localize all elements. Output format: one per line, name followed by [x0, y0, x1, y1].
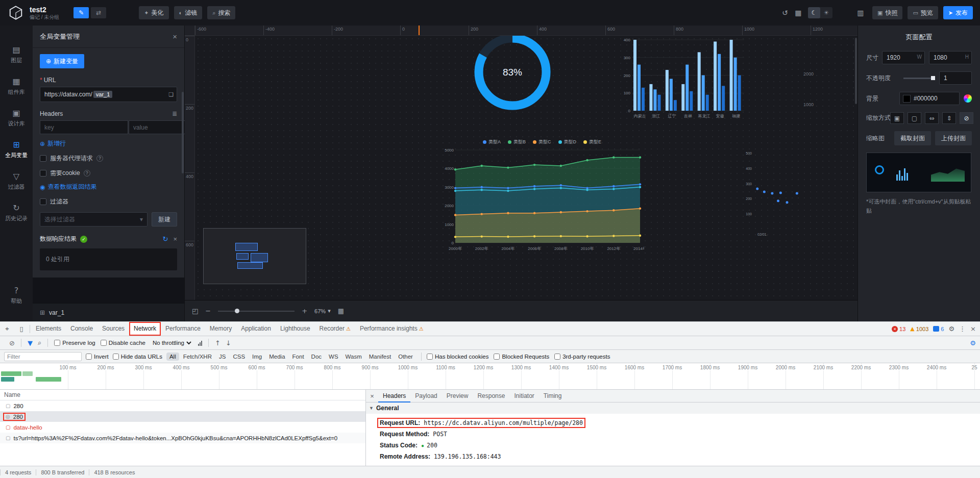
resource-filter-pill[interactable]: Fetch/XHR: [180, 353, 215, 361]
resource-filter-pill[interactable]: All: [166, 353, 179, 361]
scale-mode-button[interactable]: ⇕: [942, 112, 956, 124]
grid-toggle-button[interactable]: ▦: [338, 307, 344, 315]
detail-tab[interactable]: Response: [473, 390, 509, 402]
opacity-input[interactable]: [939, 71, 972, 85]
filter-option-checkbox[interactable]: Blocked Requests: [494, 354, 549, 360]
invert-checkbox[interactable]: Invert: [86, 354, 109, 360]
expand-icon[interactable]: ❏: [168, 91, 174, 98]
sidebar-item[interactable]: ⊞ 全局变量: [0, 134, 33, 165]
sidebar-item[interactable]: ↻ 历史记录: [0, 197, 33, 229]
new-filter-button[interactable]: 新建: [152, 212, 177, 227]
minimap-toggle-button[interactable]: ◰: [192, 307, 198, 315]
search-button[interactable]: ⌕: [38, 339, 41, 347]
opacity-slider[interactable]: [903, 78, 935, 79]
detail-tab[interactable]: Payload: [410, 390, 442, 402]
request-row[interactable]: ◎280: [0, 411, 365, 422]
color-picker-icon[interactable]: [964, 94, 972, 103]
filter-option-checkbox[interactable]: Has blocked cookies: [427, 354, 488, 360]
variable-list-item[interactable]: ⊞ var_1: [33, 303, 184, 321]
filter-toggle-button[interactable]: ▼: [28, 339, 33, 347]
issues-badge[interactable]: 6: [933, 326, 944, 332]
cover-thumbnail[interactable]: [866, 153, 971, 192]
design-canvas[interactable]: 83% 0100200300400内蒙古浙江辽宁吉林黑龙江安徽福建 类型A类型B…: [195, 36, 857, 300]
refresh-button[interactable]: ↺: [778, 7, 792, 19]
zoom-level-select[interactable]: 67% ▾: [314, 308, 331, 314]
bar-chart[interactable]: 0100200300400内蒙古浙江辽宁吉林黑龙江安徽福建: [619, 36, 746, 120]
close-panel-button[interactable]: ×: [173, 32, 177, 41]
name-column-header[interactable]: Name: [0, 390, 365, 400]
sidebar-item[interactable]: ▦ 组件库: [0, 70, 33, 102]
scale-mode-button[interactable]: ▢: [908, 112, 921, 124]
url-variable-token[interactable]: var_1: [93, 91, 113, 98]
checkbox[interactable]: [554, 354, 560, 360]
network-settings-button[interactable]: ⚙: [970, 339, 976, 347]
request-row[interactable]: ▢280: [0, 400, 365, 411]
clear-button[interactable]: ⊘: [9, 339, 15, 347]
canvas-scrollbar[interactable]: [854, 36, 857, 300]
devtools-settings-button[interactable]: ⚙: [948, 325, 954, 333]
devtools-tab[interactable]: Recorder⚠: [315, 322, 355, 336]
filter-select[interactable]: 选择过滤器 ▾: [40, 212, 148, 227]
url-input[interactable]: https://datav.com/ var_1 ❏: [40, 87, 177, 102]
list-icon[interactable]: ≣: [172, 110, 177, 117]
checkbox[interactable]: [494, 354, 500, 360]
checkbox[interactable]: [54, 340, 60, 346]
filter-button[interactable]: ◐滤镜: [174, 6, 203, 19]
view-response-link[interactable]: ◉查看数据返回结果: [40, 183, 96, 191]
opacity-slider-handle[interactable]: [931, 76, 935, 80]
panel-scrollbar[interactable]: [182, 92, 184, 173]
device-toolbar-button[interactable]: ▯: [14, 322, 29, 336]
checkbox[interactable]: [427, 354, 433, 360]
request-row[interactable]: ▢ts?url=https%3A%2F%2Fdatav.com%2Fdatav-…: [0, 433, 365, 443]
filter-checkbox[interactable]: [40, 198, 46, 205]
devtools-tab[interactable]: Application: [236, 322, 276, 336]
zoom-slider[interactable]: [218, 311, 295, 312]
zoom-slider-handle[interactable]: [235, 309, 239, 313]
devtools-tab[interactable]: Sources: [97, 322, 129, 336]
error-badge[interactable]: ×13: [892, 326, 905, 332]
import-har-button[interactable]: ↑: [215, 339, 220, 347]
resource-filter-pill[interactable]: JS: [216, 353, 229, 361]
edit-mode-button[interactable]: ✎: [74, 7, 89, 18]
header-key-input[interactable]: [40, 120, 128, 134]
snapshot-button[interactable]: ▣快照: [872, 6, 902, 19]
resource-filter-pill[interactable]: Font: [289, 353, 307, 361]
devtools-tab[interactable]: Lighthouse: [276, 322, 315, 336]
inspect-element-button[interactable]: ⌖: [0, 322, 14, 336]
export-har-button[interactable]: ↓: [226, 339, 231, 347]
resource-filter-pill[interactable]: WS: [326, 353, 341, 361]
resource-filter-pill[interactable]: Other: [395, 353, 416, 361]
sidebar-item[interactable]: ▤ 图层: [0, 39, 33, 70]
general-section-header[interactable]: ▼ General: [366, 402, 980, 414]
resource-filter-pill[interactable]: Wasm: [342, 353, 365, 361]
proxy-checkbox[interactable]: [40, 155, 46, 162]
filter-option-checkbox[interactable]: 3rd-party requests: [554, 354, 610, 360]
request-row[interactable]: ▢datav-hello: [0, 422, 365, 433]
theme-toggle[interactable]: ☾ ☀: [808, 7, 832, 18]
zoom-in-button[interactable]: +: [302, 307, 307, 315]
scale-mode-button[interactable]: ⇔: [925, 112, 939, 124]
warning-badge[interactable]: ▲1003: [910, 325, 928, 332]
devtools-tab[interactable]: Elements: [31, 322, 66, 336]
scrollbar-thumb[interactable]: [855, 38, 857, 104]
panel-toggle-button[interactable]: ▥: [854, 7, 867, 19]
scale-mode-button[interactable]: ⊘: [960, 112, 973, 124]
donut-chart[interactable]: 83%: [469, 36, 556, 115]
checkbox[interactable]: [113, 354, 119, 360]
cookie-checkbox[interactable]: [40, 170, 46, 177]
resource-filter-pill[interactable]: CSS: [230, 353, 248, 361]
add-row-link[interactable]: ⊕新增行: [40, 139, 66, 148]
sidebar-item[interactable]: ? 帮助: [0, 280, 33, 311]
devtools-tab[interactable]: Performance insights⚠: [355, 322, 428, 336]
sidebar-item[interactable]: ▽ 过滤器: [0, 165, 33, 197]
scatter-chart[interactable]: 10020030040050002/01.: [742, 149, 806, 238]
reload-icon[interactable]: ↻: [163, 235, 168, 243]
area-chart[interactable]: 类型A类型B类型C类型D类型E 010002000300040005000200…: [440, 138, 644, 256]
devtools-tab[interactable]: Performance: [161, 322, 205, 336]
upload-cover-button[interactable]: 上传封面: [935, 131, 972, 145]
resource-filter-pill[interactable]: Img: [249, 353, 265, 361]
checkbox[interactable]: [86, 354, 92, 360]
search-button[interactable]: ⌕搜索: [207, 6, 235, 19]
detail-tab[interactable]: Preview: [442, 390, 473, 402]
throttling-select[interactable]: No throttling: [151, 339, 193, 346]
